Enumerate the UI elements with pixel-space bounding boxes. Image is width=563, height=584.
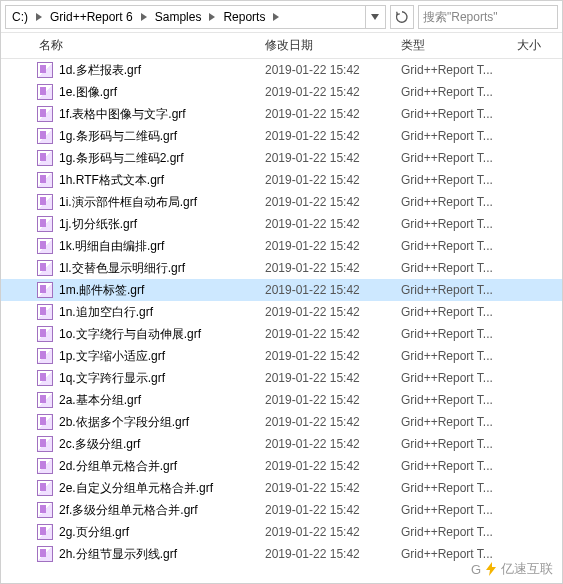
file-type-cell: Grid++Report T... xyxy=(401,305,517,319)
file-name-cell[interactable]: 2a.基本分组.grf xyxy=(1,392,265,409)
file-row[interactable]: 1f.表格中图像与文字.grf2019-01-22 15:42Grid++Rep… xyxy=(1,103,562,125)
file-date-cell: 2019-01-22 15:42 xyxy=(265,129,401,143)
file-name-cell[interactable]: 1k.明细自由编排.grf xyxy=(1,238,265,255)
breadcrumb-segment-2[interactable]: Samples xyxy=(151,6,206,28)
file-row[interactable]: 2c.多级分组.grf2019-01-22 15:42Grid++Report … xyxy=(1,433,562,455)
file-name-cell[interactable]: 1f.表格中图像与文字.grf xyxy=(1,106,265,123)
chevron-right-icon[interactable] xyxy=(205,6,219,28)
file-row[interactable]: 1k.明细自由编排.grf2019-01-22 15:42Grid++Repor… xyxy=(1,235,562,257)
grf-file-icon xyxy=(37,392,53,408)
file-name-cell[interactable]: 1e.图像.grf xyxy=(1,84,265,101)
file-type-cell: Grid++Report T... xyxy=(401,525,517,539)
file-date-cell: 2019-01-22 15:42 xyxy=(265,283,401,297)
file-date-cell: 2019-01-22 15:42 xyxy=(265,327,401,341)
breadcrumb-segment-3[interactable]: Reports xyxy=(219,6,269,28)
file-date-cell: 2019-01-22 15:42 xyxy=(265,63,401,77)
file-type-cell: Grid++Report T... xyxy=(401,327,517,341)
grf-file-icon xyxy=(37,260,53,276)
file-row[interactable]: 1h.RTF格式文本.grf2019-01-22 15:42Grid++Repo… xyxy=(1,169,562,191)
file-row[interactable]: 1j.切分纸张.grf2019-01-22 15:42Grid++Report … xyxy=(1,213,562,235)
chevron-right-icon[interactable] xyxy=(137,6,151,28)
history-dropdown-button[interactable] xyxy=(365,5,383,29)
file-row[interactable]: 2g.页分组.grf2019-01-22 15:42Grid++Report T… xyxy=(1,521,562,543)
file-name-cell[interactable]: 1i.演示部件框自动布局.grf xyxy=(1,194,265,211)
file-row[interactable]: 1p.文字缩小适应.grf2019-01-22 15:42Grid++Repor… xyxy=(1,345,562,367)
file-name-cell[interactable]: 2f.多级分组单元格合并.grf xyxy=(1,502,265,519)
file-row[interactable]: 1g.条形码与二维码.grf2019-01-22 15:42Grid++Repo… xyxy=(1,125,562,147)
file-name-label: 1l.交替色显示明细行.grf xyxy=(59,260,185,277)
file-row[interactable]: 1q.文字跨行显示.grf2019-01-22 15:42Grid++Repor… xyxy=(1,367,562,389)
file-date-cell: 2019-01-22 15:42 xyxy=(265,107,401,121)
file-name-cell[interactable]: 2g.页分组.grf xyxy=(1,524,265,541)
file-row[interactable]: 2h.分组节显示列线.grf2019-01-22 15:42Grid++Repo… xyxy=(1,543,562,565)
file-name-cell[interactable]: 2h.分组节显示列线.grf xyxy=(1,546,265,563)
file-name-label: 2c.多级分组.grf xyxy=(59,436,140,453)
refresh-button[interactable] xyxy=(390,5,414,29)
file-row[interactable]: 2d.分组单元格合并.grf2019-01-22 15:42Grid++Repo… xyxy=(1,455,562,477)
chevron-right-icon[interactable] xyxy=(32,6,46,28)
column-header-date[interactable]: 修改日期 xyxy=(265,33,401,58)
file-name-cell[interactable]: 2d.分组单元格合并.grf xyxy=(1,458,265,475)
file-row[interactable]: 1n.追加空白行.grf2019-01-22 15:42Grid++Report… xyxy=(1,301,562,323)
file-name-cell[interactable]: 1g.条形码与二维码.grf xyxy=(1,128,265,145)
file-date-cell: 2019-01-22 15:42 xyxy=(265,525,401,539)
file-name-cell[interactable]: 1g.条形码与二维码2.grf xyxy=(1,150,265,167)
file-name-cell[interactable]: 1h.RTF格式文本.grf xyxy=(1,172,265,189)
chevron-right-icon[interactable] xyxy=(269,6,283,28)
file-name-label: 1q.文字跨行显示.grf xyxy=(59,370,165,387)
file-list[interactable]: 1d.多栏报表.grf2019-01-22 15:42Grid++Report … xyxy=(1,59,562,584)
grf-file-icon xyxy=(37,216,53,232)
file-name-cell[interactable]: 2c.多级分组.grf xyxy=(1,436,265,453)
file-name-cell[interactable]: 1d.多栏报表.grf xyxy=(1,62,265,79)
search-input[interactable] xyxy=(423,10,553,24)
file-type-cell: Grid++Report T... xyxy=(401,547,517,561)
grf-file-icon xyxy=(37,502,53,518)
file-row[interactable]: 1i.演示部件框自动布局.grf2019-01-22 15:42Grid++Re… xyxy=(1,191,562,213)
breadcrumb-segment-drive[interactable]: C:) xyxy=(8,6,32,28)
breadcrumb-segment-1[interactable]: Grid++Report 6 xyxy=(46,6,137,28)
file-name-cell[interactable]: 1p.文字缩小适应.grf xyxy=(1,348,265,365)
file-name-label: 2b.依据多个字段分组.grf xyxy=(59,414,189,431)
grf-file-icon xyxy=(37,546,53,562)
file-name-cell[interactable]: 2e.自定义分组单元格合并.grf xyxy=(1,480,265,497)
file-row[interactable]: 2e.自定义分组单元格合并.grf2019-01-22 15:42Grid++R… xyxy=(1,477,562,499)
file-name-label: 1j.切分纸张.grf xyxy=(59,216,137,233)
file-name-label: 1m.邮件标签.grf xyxy=(59,282,144,299)
column-header-size[interactable]: 大小 xyxy=(517,33,561,58)
file-type-cell: Grid++Report T... xyxy=(401,503,517,517)
file-name-cell[interactable]: 1j.切分纸张.grf xyxy=(1,216,265,233)
grf-file-icon xyxy=(37,414,53,430)
column-header-name[interactable]: 名称 xyxy=(1,33,265,58)
file-type-cell: Grid++Report T... xyxy=(401,481,517,495)
file-row[interactable]: 2f.多级分组单元格合并.grf2019-01-22 15:42Grid++Re… xyxy=(1,499,562,521)
file-name-label: 2e.自定义分组单元格合并.grf xyxy=(59,480,213,497)
file-row[interactable]: 1o.文字绕行与自动伸展.grf2019-01-22 15:42Grid++Re… xyxy=(1,323,562,345)
file-row[interactable]: 1l.交替色显示明细行.grf2019-01-22 15:42Grid++Rep… xyxy=(1,257,562,279)
file-date-cell: 2019-01-22 15:42 xyxy=(265,547,401,561)
file-name-cell[interactable]: 1q.文字跨行显示.grf xyxy=(1,370,265,387)
breadcrumb[interactable]: C:) Grid++Report 6 Samples Reports xyxy=(5,5,386,29)
search-input-container[interactable] xyxy=(418,5,558,29)
file-type-cell: Grid++Report T... xyxy=(401,261,517,275)
file-name-label: 1g.条形码与二维码2.grf xyxy=(59,150,184,167)
grf-file-icon xyxy=(37,458,53,474)
file-name-cell[interactable]: 1l.交替色显示明细行.grf xyxy=(1,260,265,277)
file-row[interactable]: 1d.多栏报表.grf2019-01-22 15:42Grid++Report … xyxy=(1,59,562,81)
file-row[interactable]: 1g.条形码与二维码2.grf2019-01-22 15:42Grid++Rep… xyxy=(1,147,562,169)
file-row[interactable]: 1m.邮件标签.grf2019-01-22 15:42Grid++Report … xyxy=(1,279,562,301)
file-row[interactable]: 2a.基本分组.grf2019-01-22 15:42Grid++Report … xyxy=(1,389,562,411)
column-header-type[interactable]: 类型 xyxy=(401,33,517,58)
file-name-cell[interactable]: 1o.文字绕行与自动伸展.grf xyxy=(1,326,265,343)
file-type-cell: Grid++Report T... xyxy=(401,129,517,143)
file-name-cell[interactable]: 2b.依据多个字段分组.grf xyxy=(1,414,265,431)
file-name-cell[interactable]: 1n.追加空白行.grf xyxy=(1,304,265,321)
file-type-cell: Grid++Report T... xyxy=(401,151,517,165)
file-name-cell[interactable]: 1m.邮件标签.grf xyxy=(1,282,265,299)
file-type-cell: Grid++Report T... xyxy=(401,459,517,473)
file-date-cell: 2019-01-22 15:42 xyxy=(265,371,401,385)
file-row[interactable]: 1e.图像.grf2019-01-22 15:42Grid++Report T.… xyxy=(1,81,562,103)
file-type-cell: Grid++Report T... xyxy=(401,217,517,231)
file-row[interactable]: 2b.依据多个字段分组.grf2019-01-22 15:42Grid++Rep… xyxy=(1,411,562,433)
grf-file-icon xyxy=(37,238,53,254)
file-date-cell: 2019-01-22 15:42 xyxy=(265,349,401,363)
